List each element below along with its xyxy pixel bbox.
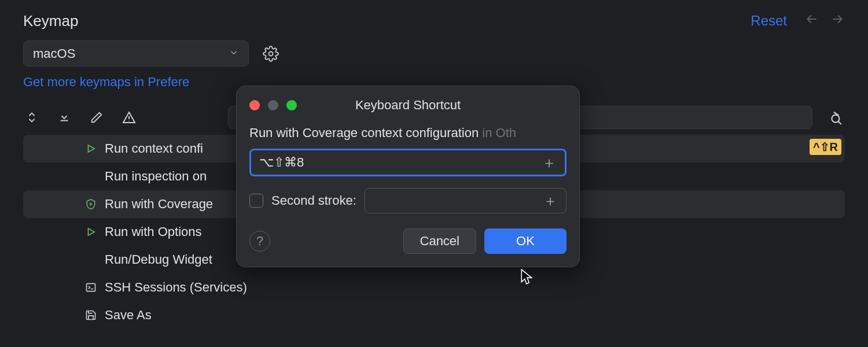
svg-rect-2 bbox=[87, 283, 95, 291]
plus-icon[interactable]: ＋ bbox=[543, 191, 558, 211]
plus-icon[interactable]: ＋ bbox=[542, 153, 557, 173]
expand-collapse-icon[interactable] bbox=[23, 109, 41, 126]
list-item[interactable]: Save As bbox=[23, 301, 845, 329]
list-item-label: Run inspection on bbox=[105, 169, 207, 184]
back-icon bbox=[804, 12, 819, 30]
svg-point-0 bbox=[269, 51, 273, 56]
play-icon bbox=[84, 227, 98, 237]
list-item-label: SSH Sessions (Services) bbox=[105, 280, 247, 295]
list-item[interactable]: SSH Sessions (Services) bbox=[23, 274, 845, 301]
find-by-shortcut-icon[interactable] bbox=[827, 109, 845, 126]
svg-point-1 bbox=[832, 115, 839, 123]
zoom-window-icon[interactable] bbox=[286, 100, 297, 110]
second-stroke-label: Second stroke: bbox=[271, 193, 356, 208]
list-item-label: Save As bbox=[105, 308, 152, 323]
second-stroke-checkbox[interactable] bbox=[249, 194, 263, 208]
shortcut-badge: ^⇧R bbox=[810, 139, 841, 155]
shield-icon bbox=[84, 198, 98, 210]
shortcut-value: ⌥⇧⌘8 bbox=[259, 155, 304, 170]
save-icon bbox=[84, 309, 98, 321]
cancel-button[interactable]: Cancel bbox=[403, 228, 476, 254]
keymap-select[interactable]: macOS bbox=[23, 40, 249, 67]
list-item-label: Run with Coverage bbox=[105, 197, 213, 212]
keymap-select-value: macOS bbox=[33, 46, 75, 61]
gear-icon[interactable] bbox=[259, 42, 282, 65]
forward-icon bbox=[830, 12, 845, 30]
warning-icon[interactable] bbox=[120, 109, 138, 126]
keyboard-shortcut-dialog: Keyboard Shortcut Run with Coverage cont… bbox=[236, 86, 580, 267]
list-item-label: Run context confi bbox=[105, 141, 203, 156]
terminal-icon bbox=[84, 282, 98, 293]
list-item-label: Run/Debug Widget bbox=[105, 252, 212, 267]
edit-icon[interactable] bbox=[88, 109, 105, 126]
page-title: Keymap bbox=[23, 12, 751, 30]
minimize-window-icon bbox=[268, 100, 278, 110]
dialog-action-label: Run with Coverage context configuration … bbox=[249, 125, 567, 141]
ok-button[interactable]: OK bbox=[484, 228, 567, 254]
dialog-title: Keyboard Shortcut bbox=[249, 98, 567, 113]
chevron-down-icon bbox=[229, 46, 239, 61]
help-icon[interactable]: ? bbox=[249, 231, 270, 252]
close-window-icon[interactable] bbox=[249, 100, 260, 110]
second-stroke-input[interactable]: ＋ bbox=[365, 188, 567, 213]
collapse-all-icon[interactable] bbox=[56, 109, 73, 126]
reset-button[interactable]: Reset bbox=[751, 13, 787, 29]
play-icon bbox=[84, 143, 98, 154]
first-stroke-input[interactable]: ⌥⇧⌘8 ＋ bbox=[249, 149, 567, 176]
list-item-label: Run with Options bbox=[105, 224, 202, 239]
